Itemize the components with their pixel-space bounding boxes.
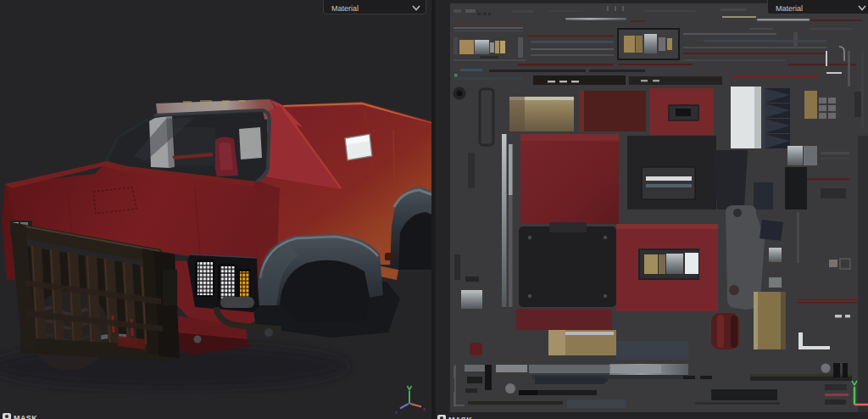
svg-text:z: z: [395, 410, 398, 415]
svg-text:x: x: [423, 406, 426, 411]
